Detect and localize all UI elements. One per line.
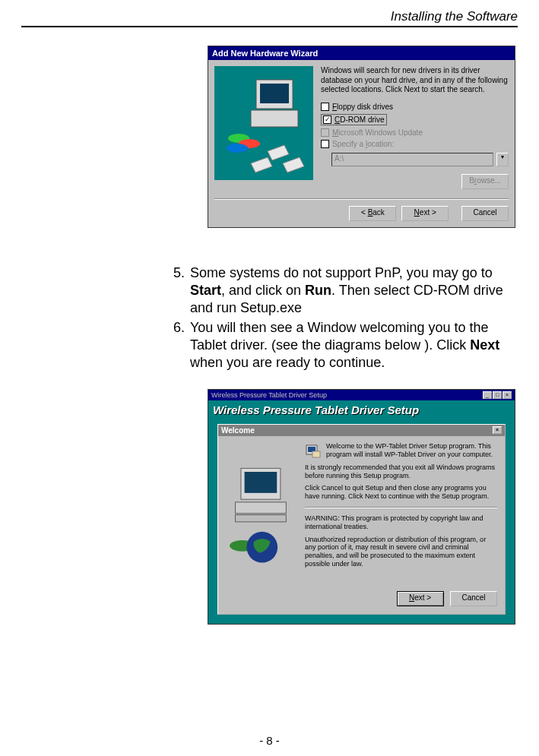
- instruction-6: 6. You will then see a Window welcoming …: [173, 319, 518, 372]
- wizard-titlebar: Add New Hardware Wizard: [208, 46, 515, 60]
- wizard-separator: [214, 198, 509, 200]
- welcome-outer-title-text: Wireless Pressure Tablet Driver Setup: [211, 391, 327, 399]
- minimize-icon[interactable]: _: [483, 391, 492, 399]
- svg-rect-10: [245, 472, 277, 493]
- next-button[interactable]: Next >: [401, 206, 449, 221]
- svg-point-5: [227, 144, 248, 153]
- welcome-button-row: Next > Next > Cancel: [218, 585, 505, 614]
- instruction-5: 5. Some systems do not support PnP, you …: [173, 264, 518, 318]
- svg-rect-1: [260, 84, 289, 103]
- welcome-dialog-titlebar: Welcome ×: [218, 425, 505, 436]
- instr5-bold2: Run: [305, 283, 331, 298]
- welcome-outer-titlebar: Wireless Pressure Tablet Driver Setup _ …: [208, 390, 515, 400]
- welcome-setup-figure: Wireless Pressure Tablet Driver Setup _ …: [208, 389, 515, 625]
- svg-rect-11: [236, 502, 287, 514]
- instruction-block: 5. Some systems do not support PnP, you …: [173, 264, 518, 372]
- svg-rect-2: [251, 110, 298, 127]
- welcome-dialog-body: Welcome to the WP-Tablet Driver Setup pr…: [218, 436, 505, 585]
- instr6-text1: You will then see a Window welcoming you…: [190, 320, 489, 353]
- instr5-text1: Some systems do not support PnP, you may…: [190, 265, 493, 280]
- instr6-bold1: Next: [470, 337, 499, 353]
- welcome-banner: Wireless Pressure Tablet Driver Setup: [208, 400, 515, 416]
- header-rule: [21, 26, 518, 27]
- page-footer: - 8 -: [0, 734, 539, 747]
- cdrom-label: CD-ROM drive: [334, 115, 385, 124]
- instruction-6-body: You will then see a Window welcoming you…: [190, 319, 518, 372]
- location-row: A:\ ▾: [331, 153, 509, 166]
- welcome-cancel-button[interactable]: Cancel: [450, 591, 497, 606]
- floppy-label: FFloppy disk drivesloppy disk drives: [332, 103, 393, 111]
- welcome-left-image: [218, 436, 302, 585]
- hardware-wizard-figure: Add New Hardware Wizard: [208, 46, 515, 228]
- welcome-close-icon[interactable]: ×: [493, 426, 502, 434]
- winupdate-label: Microsoft Windows Update: [332, 128, 423, 137]
- wizard-button-row: < Back < Back Next > Next > Cancel: [214, 206, 509, 221]
- close-icon[interactable]: ×: [503, 391, 512, 399]
- wizard-body: Windows will search for new drivers in i…: [208, 60, 515, 227]
- instr5-bold1: Start: [190, 283, 221, 298]
- welcome-dialog: Welcome ×: [217, 424, 506, 615]
- welcome-dialog-title-text: Welcome: [221, 426, 255, 435]
- computer-globe-icon: [221, 442, 299, 579]
- svg-rect-12: [236, 514, 287, 521]
- instr5-text2: , and click on: [221, 283, 305, 298]
- svg-marker-6: [268, 145, 289, 160]
- instr6-text2: when you are ready to continue.: [190, 355, 385, 370]
- floppy-checkbox-row[interactable]: FFloppy disk drivesloppy disk drives: [321, 103, 509, 111]
- svg-marker-8: [283, 157, 304, 172]
- cdrom-checkbox-row[interactable]: ✓ CD-ROM drive: [321, 114, 387, 125]
- location-dropdown-button[interactable]: ▾: [496, 153, 509, 166]
- instruction-5-body: Some systems do not support PnP, you may…: [190, 264, 518, 318]
- welcome-intro-row: Welcome to the WP-Tablet Driver Setup pr…: [305, 442, 497, 459]
- page-header-title: Installing the Software: [21, 9, 518, 24]
- instruction-6-number: 6.: [173, 319, 190, 372]
- browse-button[interactable]: Browse...: [461, 174, 509, 189]
- instruction-5-number: 5.: [173, 264, 190, 318]
- welcome-p3: Click Cancel to quit Setup and then clos…: [305, 484, 497, 501]
- welcome-p1: Welcome to the WP-Tablet Driver Setup pr…: [326, 442, 497, 459]
- welcome-right-text: Welcome to the WP-Tablet Driver Setup pr…: [302, 436, 505, 585]
- page: Installing the Software Add New Hardware…: [0, 0, 539, 756]
- caption-buttons: _ □ ×: [483, 391, 512, 399]
- cancel-button[interactable]: Cancel: [461, 206, 509, 221]
- welcome-banner-text: Wireless Pressure Tablet Driver Setup: [213, 403, 510, 416]
- svg-rect-17: [312, 451, 320, 457]
- setup-icon: [305, 442, 322, 459]
- welcome-p4: WARNING: This program is protected by co…: [305, 514, 497, 531]
- winupdate-checkbox-row: Microsoft Windows Update: [321, 128, 509, 137]
- welcome-p2: It is strongly recommended that you exit…: [305, 463, 497, 480]
- specify-label: Specify a location:: [332, 140, 394, 148]
- svg-marker-7: [251, 157, 272, 172]
- cdrom-checkbox[interactable]: ✓: [323, 115, 331, 124]
- maximize-icon[interactable]: □: [493, 391, 502, 399]
- welcome-next-button[interactable]: Next >: [397, 591, 444, 606]
- specify-checkbox-row[interactable]: Specify a location:: [321, 140, 509, 148]
- wizard-content: Windows will search for new drivers in i…: [214, 66, 509, 194]
- winupdate-checkbox: [321, 128, 329, 137]
- wizard-intro-text: Windows will search for new drivers in i…: [321, 66, 509, 95]
- floppy-checkbox[interactable]: [321, 103, 329, 111]
- specify-checkbox[interactable]: [321, 140, 329, 148]
- wizard-right-panel: Windows will search for new drivers in i…: [321, 66, 509, 189]
- location-input[interactable]: A:\: [331, 153, 493, 166]
- welcome-separator: [305, 507, 497, 508]
- wizard-side-image: [214, 66, 313, 180]
- back-button[interactable]: < Back: [349, 206, 396, 221]
- welcome-main: Welcome ×: [208, 416, 515, 624]
- browse-row: Browse... Browse...: [321, 174, 509, 189]
- computer-hardware-icon: [214, 66, 313, 180]
- welcome-p5: Unauthorized reproduction or distributio…: [305, 536, 497, 568]
